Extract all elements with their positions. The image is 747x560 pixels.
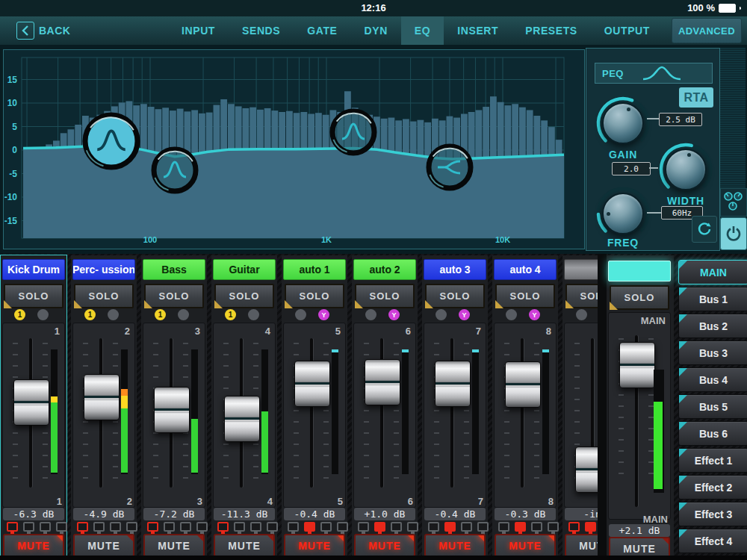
solo-button[interactable]: SOLO — [355, 284, 415, 308]
mute-button[interactable]: MUTE — [354, 534, 415, 557]
channel-name-label[interactable]: auto 3 — [424, 259, 486, 280]
clock: 12:16 — [0, 2, 747, 13]
tab-eq[interactable]: EQ — [401, 16, 444, 45]
status-dot — [576, 309, 587, 320]
gain-value[interactable]: 2.5 dB — [659, 113, 702, 126]
width-knob[interactable] — [657, 140, 715, 199]
channel-number-bottom: 4 — [267, 496, 273, 507]
filter-type-dropdown[interactable]: PEQ — [595, 63, 713, 84]
channel-fader[interactable] — [294, 361, 330, 407]
tab-gate[interactable]: GATE — [294, 16, 350, 45]
mute-button[interactable]: MUTE — [214, 534, 275, 557]
bus-button-effect-2[interactable]: Effect 2 — [678, 475, 747, 500]
channel-number-bottom: 2 — [127, 496, 132, 507]
channel-name-label[interactable]: Kick Drum — [2, 259, 65, 280]
status-dot — [295, 309, 306, 320]
channel-fader[interactable] — [154, 387, 190, 433]
channel-name-label[interactable]: auto 2 — [353, 259, 416, 280]
eq-band-handle-3[interactable] — [332, 111, 374, 153]
mute-button[interactable]: MUTE — [143, 534, 205, 557]
solo-button[interactable]: SOLO — [144, 284, 204, 308]
eq-graph-panel[interactable]: 151050-5-10-151001K10K — [3, 49, 585, 249]
channel-name-label[interactable] — [564, 259, 598, 280]
mute-group-indicator — [585, 522, 596, 532]
main-label-top: MAIN — [641, 315, 666, 326]
fader-db-value: -inf — [565, 508, 598, 520]
mute-button[interactable]: MUTE — [284, 534, 345, 557]
rta-button[interactable]: RTA — [679, 87, 713, 108]
freq-knob[interactable] — [594, 184, 652, 243]
solo-button[interactable]: SOLO — [285, 284, 344, 308]
channel-fader[interactable] — [575, 447, 598, 493]
status-bar: 12:16 100 % — [0, 0, 747, 16]
solo-button[interactable]: SOLO — [610, 285, 669, 310]
channel-fader[interactable] — [505, 361, 541, 408]
eq-band-handle-2[interactable] — [154, 149, 196, 191]
mixer-app: 12:16 100 % BACK INPUTSENDSGATEDYNEQINSE… — [0, 0, 747, 560]
svg-text:-5: -5 — [9, 169, 17, 179]
channel-fader[interactable] — [84, 374, 120, 420]
channel-name-label[interactable]: Bass — [143, 259, 205, 280]
channel-controls-icon[interactable] — [720, 188, 747, 217]
bus-button-bus-1[interactable]: Bus 1 — [678, 287, 747, 311]
mute-group-indicator — [320, 522, 332, 532]
solo-button[interactable]: SOLO — [495, 284, 555, 308]
channel-fader[interactable] — [13, 379, 49, 426]
width-value[interactable]: 2.0 — [612, 162, 651, 175]
mute-button[interactable]: MUTE — [424, 534, 486, 557]
fader-panel: MAIN — [608, 312, 671, 520]
reset-band-button[interactable] — [692, 216, 717, 243]
solo-button[interactable]: SOLO — [425, 284, 485, 308]
eq-graph[interactable]: 151050-5-10-151001K10K — [4, 50, 583, 247]
channel-fader[interactable] — [224, 396, 260, 442]
mute-button[interactable]: MUTE — [495, 534, 556, 557]
bus-button-main[interactable]: MAIN — [678, 260, 747, 284]
fader-track[interactable] — [521, 338, 524, 488]
solo-button[interactable]: SOLO — [214, 284, 274, 308]
channel-strip-3: BassSOLO133-7.2 dBMUTE — [141, 255, 207, 556]
solo-button[interactable]: SOLO — [565, 284, 598, 308]
tab-input[interactable]: INPUT — [168, 16, 229, 45]
bus-button-bus-2[interactable]: Bus 2 — [678, 314, 747, 338]
svg-text:10K: 10K — [495, 235, 510, 244]
bus-button-bus-4[interactable]: Bus 4 — [678, 367, 747, 392]
eq-band-handle-4[interactable] — [429, 146, 471, 188]
mute-group-indicator — [250, 522, 261, 532]
solo-button[interactable]: SOLO — [4, 284, 63, 308]
level-meter — [191, 349, 198, 474]
tab-sends[interactable]: SENDS — [229, 16, 294, 45]
eq-band-handle-1[interactable] — [85, 114, 137, 167]
mute-group-indicator — [126, 522, 137, 532]
solo-button[interactable]: SOLO — [74, 284, 134, 308]
gain-knob[interactable] — [594, 94, 652, 152]
bus-button-bus-3[interactable]: Bus 3 — [678, 340, 747, 365]
bus-button-effect-1[interactable]: Effect 1 — [678, 448, 747, 473]
tab-dyn[interactable]: DYN — [351, 16, 401, 45]
bus-button-bus-6[interactable]: Bus 6 — [678, 421, 747, 446]
advanced-button[interactable]: ADVANCED — [672, 18, 742, 43]
channel-name-label[interactable]: auto 4 — [494, 259, 557, 280]
channel-name-label[interactable]: Guitar — [213, 259, 276, 280]
main-fader[interactable] — [619, 342, 655, 388]
mute-button[interactable]: MUTE — [3, 534, 64, 557]
mute-button[interactable]: MUTE — [565, 534, 598, 557]
tab-output[interactable]: OUTPUT — [591, 16, 663, 45]
mute-group-indicator — [196, 522, 208, 532]
channel-fader[interactable] — [435, 361, 471, 407]
channel-number-top: 8 — [546, 326, 551, 337]
main-select-label[interactable] — [608, 261, 671, 281]
bus-button-effect-3[interactable]: Effect 3 — [678, 502, 747, 526]
channel-name-label[interactable]: Perc- ussion — [72, 259, 135, 280]
channel-strip-1: Kick DrumSOLO111-6.3 dBMUTE — [1, 255, 66, 556]
back-button[interactable]: BACK — [16, 22, 70, 40]
channel-name-label[interactable]: auto 1 — [283, 259, 346, 280]
tab-insert[interactable]: INSERT — [444, 16, 512, 45]
link-badge: Y — [318, 309, 329, 320]
mute-button[interactable]: MUTE — [73, 534, 134, 557]
tab-presets[interactable]: PRESETS — [512, 16, 591, 45]
mute-group-indicator — [407, 522, 418, 532]
bus-button-effect-4[interactable]: Effect 4 — [678, 529, 747, 553]
power-button[interactable] — [720, 217, 747, 250]
channel-fader[interactable] — [365, 359, 400, 405]
bus-button-bus-5[interactable]: Bus 5 — [678, 394, 747, 419]
